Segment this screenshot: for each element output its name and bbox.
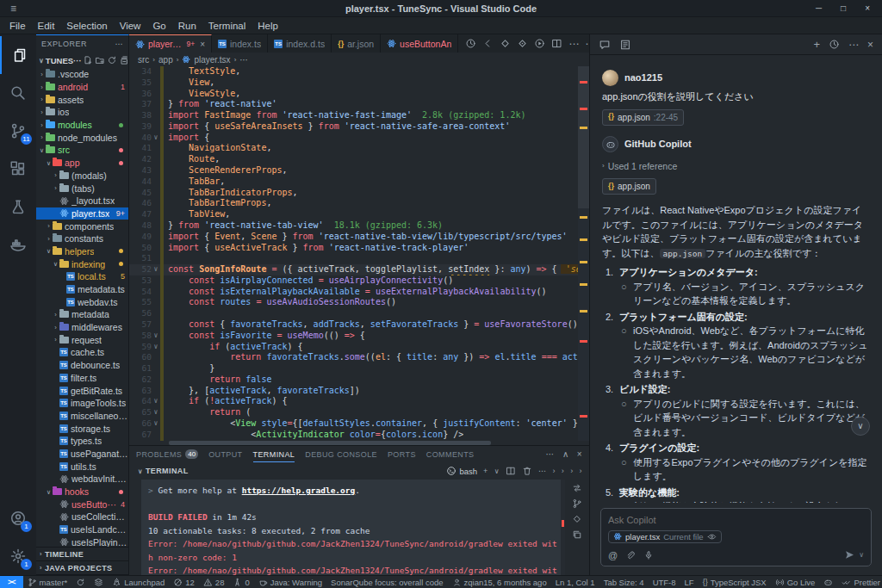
chat-editor-icon[interactable]: [619, 39, 631, 51]
chevron-right-icon[interactable]: ›: [562, 467, 564, 475]
chevron-down-icon[interactable]: ∨: [138, 467, 143, 475]
status-launchpad[interactable]: Launchpad: [108, 576, 169, 588]
more-actions-icon[interactable]: ⋯: [546, 449, 555, 459]
chat-view-icon[interactable]: [599, 39, 611, 51]
tree-item-webdavInit.tsx[interactable]: webdavInit.tsx: [36, 473, 128, 486]
activitybar-source-control[interactable]: 11: [0, 112, 36, 150]
menu-help[interactable]: Help: [252, 21, 284, 31]
panel-tab-comments[interactable]: COMMENTS: [426, 446, 475, 462]
refresh-icon[interactable]: [107, 55, 117, 65]
scroll-down-button[interactable]: ∨: [851, 417, 870, 436]
tree-item-helpers[interactable]: ∨helpers: [36, 245, 128, 258]
context-chip[interactable]: player.tsx Current file: [608, 530, 722, 543]
tree-item-hooks[interactable]: ∨hooks: [36, 486, 128, 498]
chevron-right-icon[interactable]: ›: [552, 467, 555, 475]
tree-item-usePaganatio[interactable]: TSusePaganatio···: [36, 448, 128, 461]
mention-icon[interactable]: @: [608, 550, 618, 560]
chat-input[interactable]: [608, 515, 864, 525]
status-git-blame[interactable]: zqian15, 6 months ago: [448, 576, 551, 588]
status-java-status[interactable]: Java: Warning: [254, 576, 326, 588]
tree-item-cache.ts[interactable]: TScache.ts: [36, 346, 128, 359]
tree-item-useButto[interactable]: useButto···4: [36, 498, 128, 511]
explorer-more-icon[interactable]: ⋯: [115, 40, 124, 48]
history-icon[interactable]: [829, 39, 840, 50]
tab-index.d.ts[interactable]: TSindex.d.ts: [268, 34, 332, 53]
tree-item-useIsPlaying.tsx[interactable]: useIsPlaying.tsx: [36, 535, 128, 547]
microphone-icon[interactable]: [643, 550, 654, 560]
status-git-sync[interactable]: [71, 576, 90, 588]
tree-item-ios[interactable]: ›ios: [36, 106, 128, 119]
split-terminal-icon[interactable]: [506, 466, 516, 476]
section-java-projects[interactable]: ›JAVA PROJECTS: [36, 561, 128, 575]
status-cursor-position[interactable]: Ln 1, Col 1: [551, 576, 599, 588]
tab-useButtonAn[interactable]: useButtonAn: [381, 34, 458, 53]
more-actions-icon[interactable]: ⋯: [848, 39, 859, 51]
terminal-output[interactable]: > Get more help at https://help.gradle.o…: [141, 480, 565, 575]
activitybar-docker[interactable]: [0, 226, 36, 263]
tree-item-_layout.tsx[interactable]: _layout.tsx: [36, 195, 128, 207]
activitybar-explorer[interactable]: [0, 36, 36, 74]
activitybar-search[interactable]: [0, 74, 36, 112]
status-git-branch[interactable]: master*: [23, 576, 72, 588]
prev-change-icon[interactable]: [500, 38, 511, 49]
send-button[interactable]: [844, 549, 855, 560]
tree-item-local.ts[interactable]: TSlocal.ts5: [36, 270, 128, 283]
terminal-profile-dropdown-icon[interactable]: ∨: [494, 467, 500, 475]
status-prettier[interactable]: Prettier: [837, 576, 882, 588]
status-tab-size[interactable]: Tab Size: 4: [599, 576, 649, 588]
tree-item-middlewares[interactable]: ›middlewares: [36, 321, 128, 334]
tree-item-webdav.ts[interactable]: TSwebdav.ts: [36, 295, 128, 308]
tab-ar.json[interactable]: {}ar.json: [332, 34, 381, 53]
breadcrumb[interactable]: src›app›player.tsx›⋯: [129, 53, 589, 66]
breadcrumb-item[interactable]: app: [158, 55, 173, 65]
close-panel-icon[interactable]: ×: [577, 449, 582, 459]
menu-file[interactable]: File: [3, 21, 32, 31]
status-eol[interactable]: LF: [680, 576, 699, 588]
close-icon[interactable]: ×: [200, 40, 205, 49]
run-icon[interactable]: [534, 38, 545, 49]
tree-item-modals[interactable]: ›(modals): [36, 170, 128, 183]
tree-item-tabs[interactable]: ›(tabs): [36, 182, 128, 195]
reference-chip[interactable]: {} app.json: [602, 178, 656, 195]
menu-run[interactable]: Run: [172, 21, 202, 31]
copy-icon[interactable]: [572, 529, 582, 540]
maximize-window-icon[interactable]: □: [841, 3, 846, 13]
breadcrumb-item[interactable]: player.tsx: [194, 55, 230, 65]
next-change-icon[interactable]: [517, 38, 528, 49]
panel-tab-debug-console[interactable]: DEBUG CONSOLE: [305, 446, 377, 462]
status-language-mode[interactable]: {}TypeScript JSX: [699, 576, 771, 588]
new-folder-icon[interactable]: [95, 55, 105, 65]
tree-item-indexing[interactable]: ∨indexing: [36, 257, 128, 270]
split-editor-icon[interactable]: [551, 38, 562, 49]
chat-input-box[interactable]: player.tsx Current file @ ∨: [600, 508, 872, 567]
maximize-panel-icon[interactable]: ∧: [562, 449, 569, 459]
tree-item-modules[interactable]: ›modules: [36, 119, 128, 132]
tree-item-storage.ts[interactable]: TSstorage.ts: [36, 422, 128, 435]
tree-item-node_modules[interactable]: ›node_modules: [36, 131, 128, 144]
tree-item-metadata[interactable]: ›metadata: [36, 308, 128, 321]
new-terminal-icon[interactable]: +: [483, 467, 488, 475]
trash-icon[interactable]: [522, 466, 532, 476]
menu-selection[interactable]: Selection: [60, 21, 113, 31]
tree-item-src[interactable]: ∨src: [36, 144, 128, 157]
close-icon[interactable]: ×: [867, 39, 873, 51]
references-toggle[interactable]: › Used 1 reference: [602, 160, 870, 174]
tree-item-android[interactable]: ›android1: [36, 81, 128, 94]
tree-item-types.ts[interactable]: TStypes.ts: [36, 435, 128, 448]
tree-item-request[interactable]: ›request: [36, 333, 128, 346]
breadcrumb-item[interactable]: src: [138, 55, 149, 65]
branch-icon[interactable]: [572, 498, 582, 509]
terminal-scrollbar[interactable]: [561, 480, 565, 575]
more-actions-icon[interactable]: ⋯: [538, 467, 546, 475]
activitybar-accounts[interactable]: 1: [0, 499, 36, 537]
section-timeline[interactable]: ›TIMELINE: [36, 548, 128, 561]
attach-icon[interactable]: [625, 550, 636, 560]
tree-item-filter.ts[interactable]: TSfilter.ts: [36, 372, 128, 385]
status-sonarqube-status[interactable]: SonarQube focus: overall code: [326, 576, 447, 588]
shell-name[interactable]: bash: [459, 467, 477, 476]
tree-item-miscellaneou[interactable]: TSmiscellaneou···: [36, 410, 128, 423]
tree-item-app[interactable]: ∨app: [36, 157, 128, 170]
tree-item-imageTools.ts[interactable]: TSimageTools.ts: [36, 397, 128, 410]
more-icon[interactable]: ⋯: [568, 38, 579, 50]
project-root[interactable]: ∨ TUNES···: [36, 53, 128, 68]
